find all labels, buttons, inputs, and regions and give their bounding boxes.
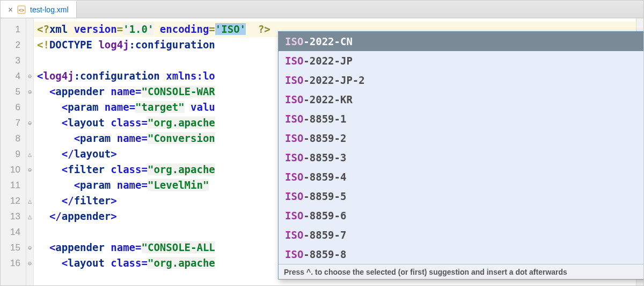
- fold-marker[interactable]: △: [26, 209, 33, 224]
- line-number: 8: [1, 131, 26, 146]
- ide-window: × <> test-log.xml 1234567891011121314151…: [0, 0, 644, 286]
- line-number: 9: [1, 146, 26, 162]
- line-number: 16: [1, 255, 26, 271]
- line-number: 10: [1, 162, 26, 177]
- completion-item[interactable]: ISO-8859-4: [279, 167, 643, 187]
- completion-item[interactable]: ISO-8859-5: [279, 187, 643, 206]
- fold-marker[interactable]: △: [26, 193, 33, 209]
- line-number: 11: [1, 177, 26, 193]
- completion-item[interactable]: ISO-2022-CN: [279, 32, 643, 51]
- fold-marker[interactable]: ⊖: [26, 115, 33, 131]
- completion-item[interactable]: ISO-2022-KR: [279, 90, 643, 109]
- completion-item[interactable]: ISO-2022-JP-2: [279, 70, 643, 90]
- fold-marker: [26, 224, 33, 240]
- fold-marker: [26, 99, 33, 115]
- line-number: 13: [1, 209, 26, 224]
- completion-item[interactable]: ISO-8859-7: [279, 225, 643, 245]
- completion-popup[interactable]: ISO-2022-CNISO-2022-JPISO-2022-JP-2ISO-2…: [278, 31, 643, 280]
- completion-item[interactable]: ISO-8859-3: [279, 148, 643, 167]
- line-number: 12: [1, 193, 26, 209]
- code-area[interactable]: <?xml version='1.0' encoding='ISO' ?><!D…: [34, 18, 643, 285]
- completion-item[interactable]: ISO-8859-8: [279, 245, 643, 264]
- svg-text:<>: <>: [19, 8, 25, 13]
- line-number: 7: [1, 115, 26, 131]
- fold-marker[interactable]: △: [26, 146, 33, 162]
- line-number: 15: [1, 240, 26, 255]
- fold-marker[interactable]: ⊖: [26, 84, 33, 99]
- xml-file-icon: <>: [17, 5, 26, 14]
- completion-list[interactable]: ISO-2022-CNISO-2022-JPISO-2022-JP-2ISO-2…: [279, 32, 643, 264]
- fold-gutter: ⊖⊖⊖△⊖△△⊖⊖: [26, 18, 34, 285]
- line-number: 5: [1, 84, 26, 99]
- completion-item[interactable]: ISO-8859-6: [279, 206, 643, 225]
- fold-marker[interactable]: ⊖: [26, 240, 33, 255]
- fold-marker[interactable]: ⊖: [26, 255, 33, 271]
- completion-hint-bar: Press ^. to choose the selected (or firs…: [279, 264, 643, 279]
- editor-tab[interactable]: × <> test-log.xml: [1, 1, 77, 18]
- close-icon[interactable]: ×: [8, 6, 13, 14]
- fold-marker[interactable]: ⊖: [26, 68, 33, 84]
- line-number: 6: [1, 99, 26, 115]
- line-number-gutter: 12345678910111213141516: [1, 18, 26, 285]
- line-number: 2: [1, 37, 26, 53]
- completion-hint-text: Press ^. to choose the selected (or firs…: [284, 264, 567, 280]
- fold-marker: [26, 53, 33, 68]
- fold-marker[interactable]: ⊖: [26, 162, 33, 177]
- completion-item[interactable]: ISO-8859-2: [279, 128, 643, 148]
- line-number: 14: [1, 224, 26, 240]
- completion-item[interactable]: ISO-2022-JP: [279, 51, 643, 70]
- editor-tabbar: × <> test-log.xml: [1, 1, 643, 18]
- fold-marker: [26, 37, 33, 53]
- line-number: 1: [1, 22, 26, 37]
- fold-marker: [26, 177, 33, 193]
- line-number: 3: [1, 53, 26, 68]
- code-editor[interactable]: 12345678910111213141516 ⊖⊖⊖△⊖△△⊖⊖ <?xml …: [1, 18, 643, 285]
- completion-item[interactable]: ISO-8859-1: [279, 109, 643, 128]
- tab-filename: test-log.xml: [30, 5, 69, 14]
- line-number: 4: [1, 68, 26, 84]
- fold-marker: [26, 131, 33, 146]
- fold-marker: [26, 22, 33, 37]
